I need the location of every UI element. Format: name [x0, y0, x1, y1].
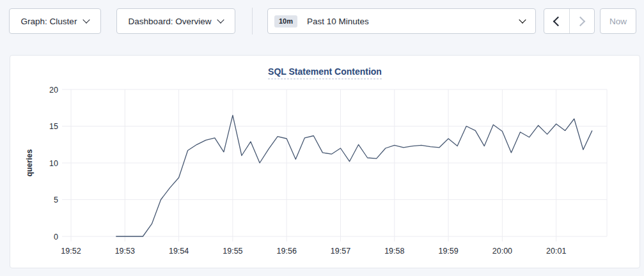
svg-text:19:59: 19:59	[438, 247, 458, 256]
dashboard-dropdown[interactable]: Dashboard: Overview	[116, 8, 235, 34]
svg-text:19:53: 19:53	[115, 247, 135, 256]
svg-text:19:58: 19:58	[384, 247, 404, 256]
sql-contention-chart[interactable]: 0510152019:5219:5319:5419:5519:5619:5719…	[10, 56, 641, 269]
chart-card: 0510152019:5219:5319:5419:5519:5619:5719…	[10, 55, 640, 268]
chevron-down-icon	[83, 16, 90, 23]
svg-text:15: 15	[49, 122, 58, 131]
time-shift-back-button[interactable]	[544, 9, 569, 33]
chevron-left-icon	[553, 16, 563, 26]
metrics-page: Graph: Cluster Dashboard: Overview 10m P…	[0, 0, 644, 276]
graph-dropdown-label: Graph: Cluster	[21, 17, 77, 26]
svg-text:20:00: 20:00	[492, 247, 512, 256]
svg-text:19:55: 19:55	[223, 247, 242, 256]
chevron-down-icon	[519, 16, 526, 23]
svg-text:20: 20	[49, 86, 58, 95]
svg-text:19:54: 19:54	[169, 247, 189, 256]
svg-text:20:01: 20:01	[546, 247, 566, 256]
chart-title-row: SQL Statement Contention	[10, 66, 640, 79]
chevron-down-icon	[217, 16, 224, 23]
svg-text:queries: queries	[25, 149, 34, 176]
svg-text:0: 0	[54, 233, 58, 241]
svg-text:19:57: 19:57	[331, 247, 350, 256]
toolbar-divider	[252, 8, 253, 34]
time-range-badge: 10m	[274, 15, 297, 27]
now-button[interactable]: Now	[600, 8, 636, 34]
graph-dropdown[interactable]: Graph: Cluster	[9, 8, 101, 34]
svg-text:5: 5	[54, 195, 58, 204]
time-shift-control	[544, 8, 595, 34]
svg-text:19:56: 19:56	[277, 247, 297, 256]
now-button-label: Now	[609, 17, 627, 26]
chart-title[interactable]: SQL Statement Contention	[268, 66, 382, 79]
chevron-right-icon	[576, 16, 586, 26]
dashboard-dropdown-label: Dashboard: Overview	[129, 17, 212, 26]
svg-text:19:52: 19:52	[61, 247, 81, 256]
time-shift-forward-button[interactable]	[569, 9, 595, 33]
svg-text:10: 10	[49, 159, 58, 168]
time-range-label: Past 10 Minutes	[307, 17, 369, 26]
time-range-dropdown[interactable]: 10m Past 10 Minutes	[267, 8, 536, 34]
